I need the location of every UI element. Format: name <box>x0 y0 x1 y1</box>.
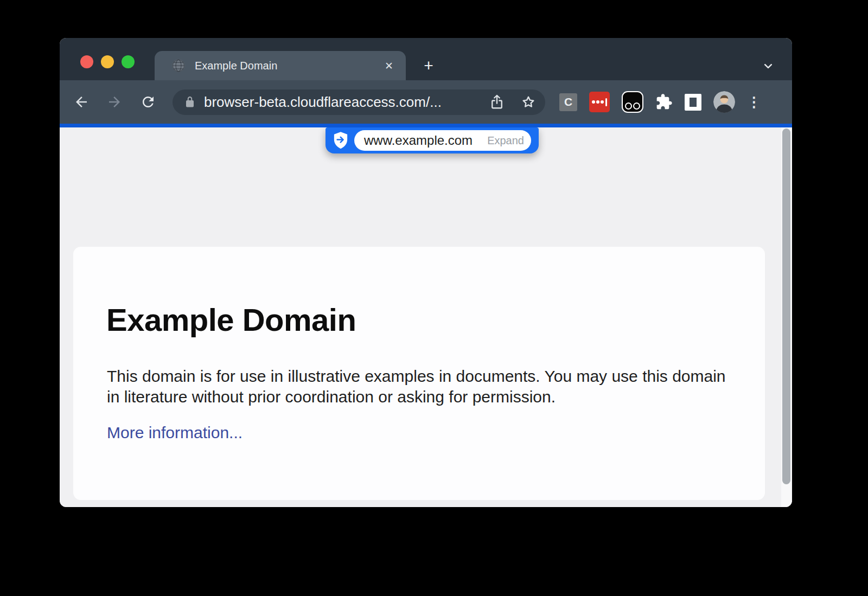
url-text[interactable]: browser-beta.cloudflareaccess.com/... <box>204 94 489 111</box>
chevron-down-icon[interactable] <box>761 59 776 74</box>
url-bar[interactable]: browser-beta.cloudflareaccess.com/... <box>173 89 545 115</box>
more-information-link[interactable]: More information... <box>107 424 242 442</box>
tab-title: Example Domain <box>195 60 381 72</box>
new-tab-button[interactable]: + <box>419 56 438 75</box>
isolation-domain-pill[interactable]: www.example.com Expand <box>326 127 539 153</box>
extensions-row: C ⋮ <box>559 91 761 113</box>
share-icon[interactable] <box>489 94 505 110</box>
loading-accent-bar <box>60 124 792 127</box>
tab-strip: Example Domain ✕ + <box>60 38 792 80</box>
extensions-puzzle-icon[interactable] <box>655 93 673 111</box>
expand-button[interactable]: Expand <box>487 134 524 147</box>
isolation-domain-field[interactable]: www.example.com Expand <box>354 130 531 151</box>
c-extension-icon[interactable]: C <box>559 93 577 111</box>
profile-avatar[interactable] <box>713 91 735 113</box>
password-manager-extension-icon[interactable] <box>589 92 610 112</box>
example-domain-card: Example Domain This domain is for use in… <box>73 247 765 500</box>
forward-icon <box>106 94 123 110</box>
tab-close-icon[interactable]: ✕ <box>381 57 397 74</box>
isolated-domain-text: www.example.com <box>364 133 473 148</box>
window-minimize-button[interactable] <box>101 55 114 68</box>
page-viewport: www.example.com Expand Example Domain Th… <box>60 127 792 507</box>
avatar-photo <box>713 91 735 113</box>
browser-toolbar: browser-beta.cloudflareaccess.com/... C <box>60 80 792 124</box>
scrollbar-thumb[interactable] <box>782 129 790 484</box>
reload-icon <box>140 94 156 110</box>
reload-button[interactable] <box>137 91 159 113</box>
shield-arrow-icon <box>333 131 349 150</box>
browser-window: Example Domain ✕ + bro <box>60 38 792 507</box>
lock-icon <box>183 95 196 108</box>
bookmark-star-icon[interactable] <box>520 94 537 110</box>
globe-favicon-icon <box>171 58 186 73</box>
kebab-menu-icon[interactable]: ⋮ <box>747 91 761 113</box>
page-paragraph: This domain is for use in illustrative e… <box>107 366 739 407</box>
back-icon <box>73 94 90 110</box>
page-title: Example Domain <box>106 302 356 338</box>
window-close-button[interactable] <box>80 55 93 68</box>
forward-button[interactable] <box>104 91 125 113</box>
back-button[interactable] <box>71 91 92 113</box>
side-panel-extension-icon[interactable] <box>685 94 701 111</box>
browser-tab[interactable]: Example Domain ✕ <box>155 51 406 80</box>
scrollbar-track[interactable] <box>781 127 792 507</box>
noir-extension-icon[interactable] <box>622 91 643 113</box>
window-zoom-button[interactable] <box>122 55 135 68</box>
